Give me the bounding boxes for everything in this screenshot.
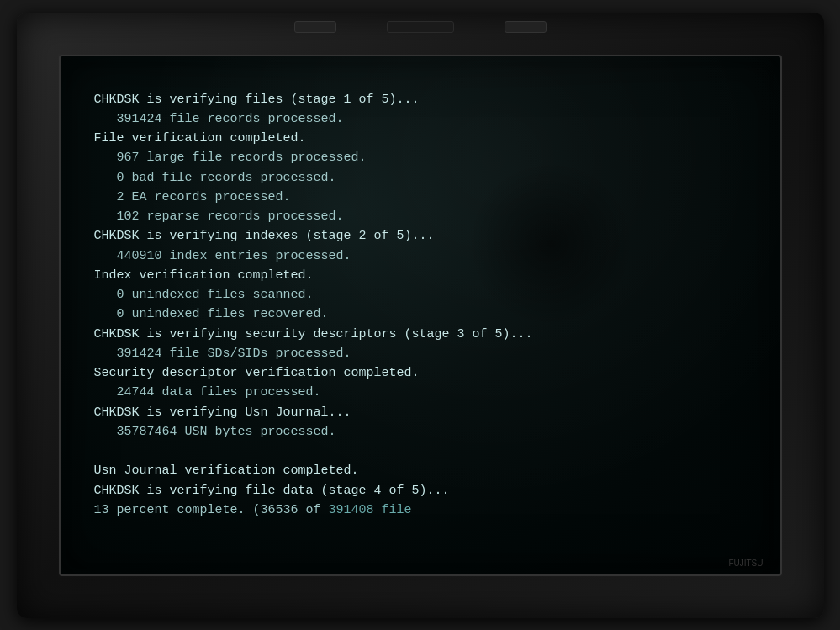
terminal-line: File verification completed. bbox=[94, 129, 755, 148]
terminal-line: 2 EA records processed. bbox=[94, 188, 755, 207]
notch-left bbox=[294, 21, 336, 33]
terminal-line: CHKDSK is verifying indexes (stage 2 of … bbox=[94, 226, 755, 246]
terminal-line: CHKDSK is verifying files (stage 1 of 5)… bbox=[94, 90, 755, 109]
screen: CHKDSK is verifying files (stage 1 of 5)… bbox=[59, 55, 782, 576]
terminal-line: CHKDSK is verifying security descriptors… bbox=[94, 325, 755, 344]
terminal-line: 102 reparse records processed. bbox=[94, 207, 755, 226]
terminal-line: 391424 file SDs/SIDs processed. bbox=[94, 344, 755, 363]
laptop-frame: CHKDSK is verifying files (stage 1 of 5)… bbox=[17, 13, 824, 618]
brand-label: FUJITSU bbox=[728, 559, 763, 568]
notch-right bbox=[505, 21, 547, 33]
terminal-line: CHKDSK is verifying Usn Journal... bbox=[94, 403, 755, 422]
terminal-line: 440910 index entries processed. bbox=[94, 246, 755, 266]
terminal-line: 0 bad file records processed. bbox=[94, 168, 755, 188]
terminal-line: 0 unindexed files scanned. bbox=[94, 285, 755, 304]
terminal-output: CHKDSK is verifying files (stage 1 of 5)… bbox=[61, 56, 780, 537]
terminal-line: CHKDSK is verifying file data (stage 4 o… bbox=[94, 481, 755, 500]
terminal-line: 967 large file records processed. bbox=[94, 148, 755, 167]
notch-center bbox=[387, 21, 454, 33]
top-notch bbox=[294, 21, 547, 33]
terminal-line: 24744 data files processed. bbox=[94, 383, 755, 402]
terminal-line: Index verification completed. bbox=[94, 266, 755, 285]
terminal-line: Security descriptor verification complet… bbox=[94, 363, 755, 383]
terminal-line: 35787464 USN bytes processed. bbox=[94, 422, 755, 442]
terminal-line bbox=[94, 442, 755, 461]
terminal-line: 0 unindexed files recovered. bbox=[94, 304, 755, 324]
terminal-line-progress: 13 percent complete. (36536 of 391408 fi… bbox=[94, 500, 755, 520]
terminal-line: Usn Journal verification completed. bbox=[94, 461, 755, 480]
terminal-line: 391424 file records processed. bbox=[94, 109, 755, 129]
